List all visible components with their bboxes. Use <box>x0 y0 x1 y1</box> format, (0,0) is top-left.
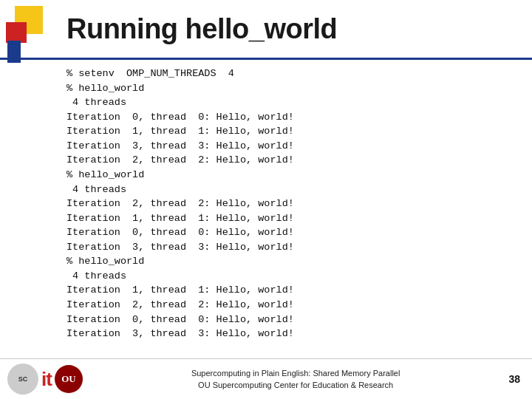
page-title: Running hello_world <box>66 13 337 45</box>
code-content: % setenv OMP_NUM_THREADS 4 % hello_world… <box>66 66 510 355</box>
code-block: % setenv OMP_NUM_THREADS 4 % hello_world… <box>66 66 510 341</box>
footer-line1: Supercomputing in Plain English: Shared … <box>83 367 509 380</box>
footer-logos: SC it OU <box>7 364 83 395</box>
title-bar <box>0 58 532 60</box>
square-red <box>6 22 27 43</box>
footer-text: Supercomputing in Plain English: Shared … <box>83 367 509 392</box>
logo-ou: OU <box>55 365 83 393</box>
logo-it: it <box>41 368 52 391</box>
footer-line2: OU Supercomputing Center for Education &… <box>83 379 509 392</box>
logo-supercomputing: SC <box>7 364 38 395</box>
top-decoration <box>0 0 59 66</box>
page-number: 38 <box>508 373 520 385</box>
footer: SC it OU Supercomputing in Plain English… <box>0 358 532 399</box>
